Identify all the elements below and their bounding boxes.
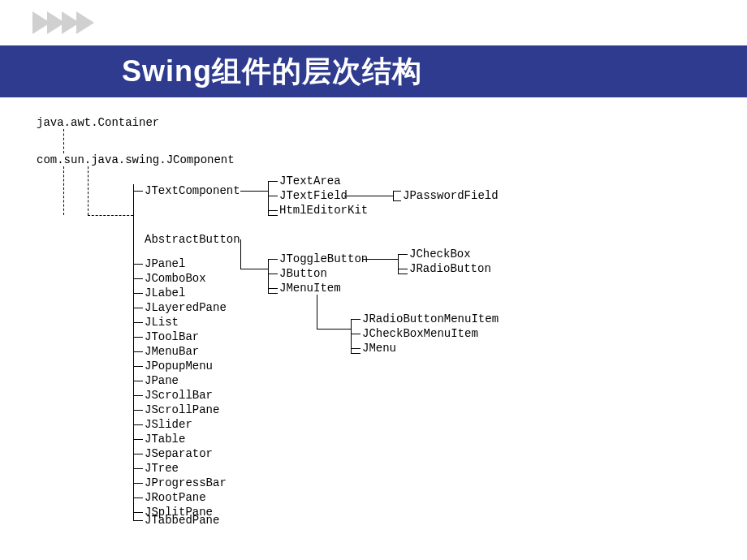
node-jlist: JList — [145, 316, 179, 329]
connector — [240, 239, 241, 269]
node-jtogglebutton: JToggleButton — [279, 252, 368, 265]
node-jpane: JPane — [145, 374, 179, 387]
connector — [351, 348, 361, 349]
connector — [351, 334, 361, 334]
connector — [344, 196, 393, 196]
slide: Swing组件的层次结构 java.awt.Container com.sun.… — [0, 0, 747, 560]
connector — [133, 498, 143, 498]
connector — [133, 278, 143, 279]
node-jmenuitem: JMenuItem — [279, 282, 341, 295]
connector — [133, 512, 143, 513]
connector — [268, 259, 278, 260]
node-jcheckboxmenuitem: JCheckBoxMenuItem — [362, 327, 478, 340]
node-jtextarea: JTextArea — [279, 174, 341, 187]
connector — [133, 293, 143, 294]
node-jslider: JSlider — [145, 418, 192, 431]
connector — [393, 200, 401, 201]
connector — [317, 295, 317, 329]
node-jlayeredpane: JLayeredPane — [145, 301, 227, 314]
connector — [133, 410, 143, 411]
node-jtree: JTree — [145, 462, 179, 475]
connector — [398, 254, 399, 274]
connector — [133, 191, 143, 192]
connector — [393, 191, 401, 192]
connector — [268, 288, 278, 289]
node-jcheckbox: JCheckBox — [409, 248, 471, 261]
connector — [268, 210, 278, 211]
title-bar: Swing组件的层次结构 — [0, 45, 747, 97]
node-jmenubar: JMenuBar — [145, 345, 199, 358]
node-abstractbutton: AbstractButton — [145, 233, 240, 246]
arrow-icon — [76, 11, 94, 34]
connector — [268, 293, 278, 294]
connector — [63, 129, 64, 153]
node-jradiobuttonmenuitem: JRadioButtonMenuItem — [362, 312, 499, 325]
connector — [133, 351, 143, 352]
node-jtoolbar: JToolBar — [145, 330, 199, 343]
decorative-arrows — [32, 11, 91, 34]
connector — [398, 254, 408, 255]
connector — [268, 196, 278, 196]
node-jcombobox: JComboBox — [145, 272, 206, 285]
node-jcomponent: com.sun.java.swing.JComponent — [37, 153, 235, 166]
connector — [133, 439, 143, 440]
connector — [268, 274, 278, 274]
node-jpopupmenu: JPopupMenu — [145, 360, 213, 373]
node-jmenu: JMenu — [362, 342, 396, 355]
node-jlabel: JLabel — [145, 286, 185, 299]
node-htmleditorkit: HtmlEditorKit — [279, 204, 368, 217]
node-jtable: JTable — [145, 433, 185, 446]
connector — [351, 353, 361, 354]
connector — [317, 329, 351, 330]
connector — [133, 395, 143, 396]
connector — [133, 264, 143, 265]
connector — [133, 424, 143, 425]
connector — [133, 308, 143, 308]
connector — [88, 166, 89, 215]
connector — [133, 322, 143, 323]
connector — [240, 269, 268, 269]
connector — [133, 337, 143, 338]
connector — [133, 483, 143, 484]
connector — [133, 381, 143, 381]
node-jpanel: JPanel — [145, 257, 185, 270]
slide-title: Swing组件的层次结构 — [122, 52, 422, 92]
node-jscrollpane: JScrollPane — [145, 403, 219, 416]
connector — [63, 166, 64, 215]
node-jseparator: JSeparator — [145, 447, 213, 460]
connector — [133, 366, 143, 367]
connector — [351, 319, 361, 320]
node-jradiobutton: JRadioButton — [409, 262, 491, 275]
node-jtabbedpane: JTabbedPane — [145, 514, 219, 527]
node-container: java.awt.Container — [37, 116, 159, 129]
node-jbutton: JButton — [279, 267, 327, 280]
connector — [133, 520, 143, 521]
node-jtextcomponent: JTextComponent — [145, 184, 240, 197]
node-jrootpane: JRootPane — [145, 491, 206, 504]
connector — [398, 269, 408, 269]
node-jpasswordfield: JPasswordField — [403, 189, 499, 202]
node-jscrollbar: JScrollBar — [145, 389, 213, 402]
connector — [133, 454, 143, 454]
node-jtextfield: JTextField — [279, 189, 348, 202]
connector — [88, 215, 133, 216]
connector — [268, 181, 278, 182]
connector — [240, 191, 268, 192]
connector — [393, 191, 394, 200]
connector — [362, 259, 398, 260]
connector — [268, 215, 278, 216]
connector — [133, 184, 134, 520]
node-jprogressbar: JProgressBar — [145, 476, 227, 489]
connector — [133, 468, 143, 469]
connector — [398, 274, 408, 274]
